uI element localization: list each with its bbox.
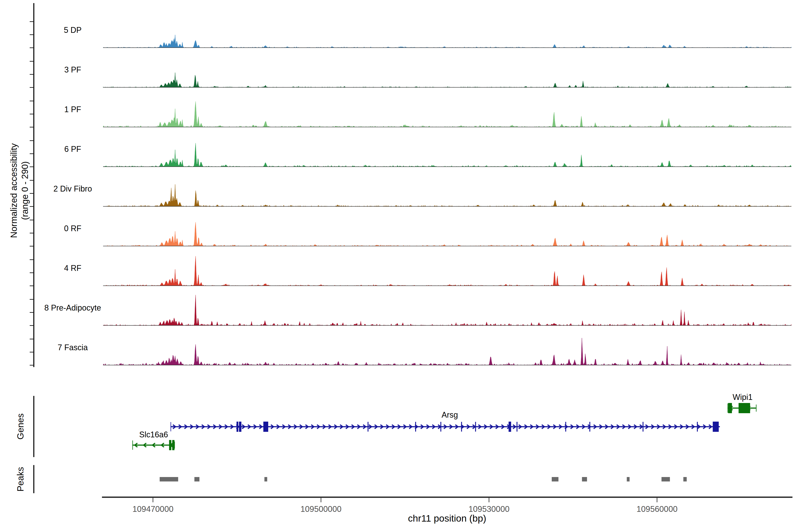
- coverage-plot-figure: Normalized accessibility (range 0 - 290)…: [0, 0, 798, 532]
- coverage-track-area-4: [103, 143, 791, 167]
- tracks-axis-tick: [30, 114, 34, 114]
- gene-end-bar: [170, 422, 171, 431]
- peak-interval: [627, 477, 630, 481]
- gene-exon-tick: [589, 422, 590, 432]
- gene-exon-tick: [565, 422, 566, 432]
- tracks-axis-tick: [30, 233, 34, 233]
- tracks-axis-tick: [30, 339, 34, 339]
- tracks-axis-tick: [30, 299, 34, 300]
- track-label-7-fascia: 7 Fascia: [22, 343, 123, 352]
- peaks-panel-label: Peaks: [16, 467, 25, 491]
- gene-exon-box: [169, 440, 171, 450]
- genes-panel-label: Genes: [16, 413, 25, 440]
- tracks-axis-tick: [30, 74, 34, 75]
- peak-interval: [552, 477, 558, 481]
- gene-exon-tick: [516, 422, 517, 432]
- gene-exon-box: [236, 422, 238, 432]
- x-axis-line: [102, 496, 793, 498]
- x-tick-label-109500000: 109500000: [300, 505, 341, 514]
- coverage-track-area-7: [103, 256, 791, 286]
- gene-exon-tick: [643, 422, 644, 432]
- track-label-6-pf: 6 PF: [22, 145, 123, 153]
- tracks-axis-tick: [30, 193, 34, 194]
- gene-exon-tick: [461, 422, 462, 432]
- gene-exon-tick: [475, 422, 476, 432]
- x-axis-tick: [657, 498, 658, 502]
- tracks-axis-tick: [30, 352, 34, 353]
- gene-exon-box: [263, 422, 268, 432]
- gene-label-wipi1: Wipi1: [733, 393, 753, 401]
- coverage-track-area-8: [103, 295, 791, 326]
- x-tick-label-109530000: 109530000: [468, 505, 509, 514]
- tracks-axis-tick: [30, 220, 34, 220]
- track-label-2-div-fibro: 2 Div Fibro: [22, 185, 123, 193]
- tracks-axis-tick: [30, 48, 34, 48]
- peak-interval: [194, 477, 200, 481]
- gene-exon-box: [739, 403, 750, 413]
- track-label-8-pre-adipocyte: 8 Pre-Adipocyte: [22, 304, 123, 312]
- gene-exon-tick: [697, 422, 698, 432]
- tracks-axis-tick: [30, 153, 34, 154]
- tracks-axis-tick: [30, 21, 34, 22]
- x-axis-tick: [153, 498, 153, 502]
- tracks-axis-tick: [30, 87, 34, 88]
- x-axis-tick: [321, 498, 321, 502]
- tracks-axis-tick: [30, 61, 34, 62]
- x-tick-label-109470000: 109470000: [132, 505, 173, 514]
- coverage-track-area-6: [103, 222, 791, 246]
- tracks-axis-tick: [30, 259, 34, 260]
- gene-exon-box: [239, 422, 241, 432]
- track-label-3-pf: 3 PF: [22, 65, 123, 74]
- tracks-axis-tick: [30, 140, 34, 141]
- gene-end-bar: [756, 404, 757, 412]
- gene-exon-tick: [440, 422, 441, 432]
- coverage-track-area-2: [103, 73, 791, 88]
- track-label-5-dp: 5 DP: [22, 26, 123, 34]
- coverage-track-area-1: [103, 35, 791, 48]
- x-axis-tick: [489, 498, 490, 502]
- tracks-axis-tick: [30, 312, 34, 313]
- track-label-4-rf: 4 RF: [22, 264, 123, 272]
- tracks-axis-tick: [30, 167, 34, 167]
- peak-interval: [683, 477, 687, 481]
- tracks-axis-tick: [30, 34, 34, 35]
- gene-exon-box: [172, 440, 174, 450]
- tracks-axis-tick: [30, 285, 34, 286]
- tracks-axis-tick: [30, 272, 34, 273]
- y-axis-label-line1: Normalized accessibility: [9, 144, 18, 238]
- peak-interval: [264, 477, 267, 481]
- gene-end-bar: [727, 403, 728, 413]
- genes-axis-line: [33, 396, 34, 457]
- gene-end-bar: [132, 440, 133, 450]
- tracks-axis-tick: [30, 180, 34, 180]
- gene-label-arsg: Arsg: [441, 411, 458, 419]
- tracks-axis-tick: [30, 127, 34, 128]
- x-tick-label-109560000: 109560000: [636, 505, 678, 514]
- gene-exon-box: [712, 422, 719, 432]
- tracks-axis-tick: [30, 206, 34, 207]
- gene-exon-box: [509, 422, 511, 432]
- coverage-track-area-9: [103, 338, 791, 365]
- gene-exon-tick: [415, 422, 416, 432]
- gene-exon-box: [728, 403, 732, 413]
- peak-interval: [159, 477, 178, 481]
- tracks-axis-tick: [30, 101, 34, 101]
- tracks-axis-tick: [30, 325, 34, 326]
- peak-interval: [582, 477, 587, 481]
- track-label-1-pf: 1 PF: [22, 105, 123, 114]
- tracks-axis-tick: [30, 246, 34, 247]
- track-label-0-rf: 0 RF: [22, 224, 123, 233]
- peaks-axis-line: [33, 465, 34, 493]
- peak-interval: [662, 477, 670, 481]
- coverage-track-area-5: [103, 185, 791, 206]
- gene-label-slc16a6: Slc16a6: [139, 431, 168, 439]
- tracks-axis-tick: [30, 365, 34, 365]
- coverage-track-area-3: [103, 101, 791, 127]
- gene-exon-tick: [367, 422, 368, 432]
- x-axis-title: chr11 position (bp): [408, 513, 486, 524]
